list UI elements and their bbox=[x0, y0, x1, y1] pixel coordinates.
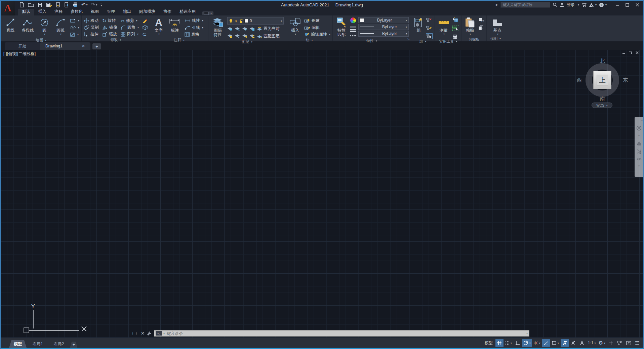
properties-dialog-launcher-icon[interactable]: ↘ bbox=[407, 37, 410, 41]
command-prompt-icon[interactable]: >_ bbox=[156, 331, 162, 336]
command-input[interactable] bbox=[166, 331, 525, 336]
maximize-button[interactable] bbox=[622, 1, 632, 8]
base-dropdown-icon[interactable]: ▾ bbox=[497, 33, 498, 36]
tab-annotate[interactable]: 注释 bbox=[50, 8, 67, 15]
dimension-button[interactable]: 标注 bbox=[167, 17, 183, 33]
trim-dropdown-icon[interactable]: ▾ bbox=[136, 19, 137, 22]
layer-select-dropdown-icon[interactable]: ▾ bbox=[281, 20, 282, 23]
arc-button[interactable]: 圆弧 ▾ bbox=[53, 17, 68, 36]
drawing-canvas[interactable]: [-][俯视][二维线框] 北 南 西 东 上 WCS▾ ○ ▾ ▾ bbox=[1, 50, 643, 338]
ellipse-button[interactable]: ▾ bbox=[70, 25, 79, 31]
file-tab-start[interactable]: 开始 bbox=[5, 42, 40, 50]
redo-dropdown-icon[interactable]: ▾ bbox=[96, 3, 97, 6]
tab-parametric[interactable]: 参数化 bbox=[67, 8, 87, 15]
panel-title-properties[interactable]: 特性▾ bbox=[333, 38, 411, 43]
layout-tab-layout1[interactable]: 布局1 bbox=[28, 340, 48, 348]
settings-gear-icon[interactable]: ⚙▾ bbox=[598, 339, 606, 347]
circle-button[interactable]: 圆 ▾ bbox=[38, 17, 51, 36]
stretch-button[interactable]: 拉伸 bbox=[84, 31, 99, 37]
isodraft-dropdown-icon[interactable]: ▾ bbox=[539, 342, 540, 345]
plus-icon[interactable] bbox=[607, 339, 615, 347]
polar-dropdown-icon[interactable]: ▾ bbox=[529, 342, 531, 345]
edit-attributes-dropdown-icon[interactable]: ▾ bbox=[329, 33, 330, 36]
close-button[interactable] bbox=[633, 1, 642, 8]
tab-view[interactable]: 视图 bbox=[87, 8, 103, 15]
panel-title-block[interactable]: 块▾ bbox=[286, 38, 332, 43]
measure-button[interactable]: 测量 ▾ bbox=[437, 17, 450, 36]
undo-dropdown-icon[interactable]: ▾ bbox=[86, 3, 88, 6]
panel-title-layers[interactable]: 图层▾ bbox=[208, 39, 286, 44]
panel-title-draw[interactable]: 绘图▾ bbox=[1, 38, 81, 43]
viewcube-south[interactable]: 南 bbox=[600, 96, 605, 102]
redo-icon[interactable]: ↷▾ bbox=[90, 1, 98, 8]
linetype-select[interactable]: ByLayer ▾ bbox=[358, 31, 409, 37]
save-as-icon[interactable] bbox=[45, 1, 53, 8]
panel-title-modify[interactable]: 修改▾ bbox=[82, 37, 150, 42]
undo-icon[interactable]: ↶▾ bbox=[80, 1, 89, 8]
minimize-button[interactable] bbox=[612, 1, 622, 8]
new-drawing-tab-button[interactable]: + bbox=[92, 43, 101, 49]
command-input-field[interactable]: >_ ▾ ▴ bbox=[154, 330, 529, 337]
mirror-button[interactable]: 镜像 bbox=[102, 24, 117, 31]
open-folder-icon[interactable] bbox=[27, 1, 35, 8]
new-file-icon[interactable] bbox=[18, 1, 26, 8]
edit-attributes-button[interactable]: 编辑属性▾ bbox=[304, 31, 330, 38]
pan-hand-icon[interactable] bbox=[637, 141, 642, 146]
line-button[interactable]: 直线 bbox=[3, 17, 18, 33]
measure-dropdown-icon[interactable]: ▾ bbox=[443, 33, 445, 36]
layer-select[interactable]: ☀ 0 ▾ bbox=[227, 17, 284, 25]
annotation-visibility-icon[interactable] bbox=[561, 339, 569, 347]
panel-title-utilities[interactable]: 实用工具▾ bbox=[435, 39, 461, 44]
viewcube-top-face[interactable]: 上 bbox=[593, 71, 611, 89]
array-dropdown-icon[interactable]: ▾ bbox=[137, 33, 138, 36]
sign-in-link[interactable]: 登录 bbox=[567, 2, 575, 8]
rectangle-button[interactable]: ▾ bbox=[70, 17, 79, 24]
drawing-restore-icon[interactable] bbox=[629, 51, 632, 54]
layer-off-icon[interactable] bbox=[227, 27, 233, 31]
navbar-wheel-dropdown-icon[interactable]: ▾ bbox=[638, 134, 640, 138]
array-button[interactable]: 阵列▾ bbox=[121, 31, 139, 37]
tab-featured-apps[interactable]: 精选应用 bbox=[175, 8, 200, 15]
select-similar-icon[interactable] bbox=[452, 26, 459, 31]
leader-dropdown-icon[interactable]: ▾ bbox=[202, 26, 203, 29]
layer-color-swatch[interactable] bbox=[244, 19, 248, 23]
panel-title-clipboard[interactable]: 剪贴板 bbox=[461, 37, 486, 42]
tab-collaborate[interactable]: 协作 bbox=[159, 8, 175, 15]
match-properties-button[interactable]: 特性匹配 bbox=[335, 17, 348, 37]
command-grip-handle[interactable]: ⋮⋮ bbox=[131, 332, 138, 335]
viewcube-east[interactable]: 东 bbox=[623, 77, 628, 83]
match-layer-button[interactable]: 匹配图层 bbox=[257, 33, 280, 39]
text-button[interactable]: A 文字 ▾ bbox=[152, 17, 165, 36]
tab-manage[interactable]: 管理 bbox=[103, 8, 119, 15]
erase-button[interactable] bbox=[142, 17, 148, 24]
app-store-cart-icon[interactable] bbox=[581, 2, 587, 7]
command-close-icon[interactable]: ✕ bbox=[141, 331, 145, 336]
group-button[interactable]: 组 bbox=[413, 17, 425, 33]
wcs-selector[interactable]: WCS▾ bbox=[592, 103, 612, 108]
help-icon[interactable]: ?▾ bbox=[599, 2, 607, 7]
tab-addins[interactable]: 附加模块 bbox=[135, 8, 159, 15]
otrack-icon[interactable] bbox=[542, 339, 550, 347]
polar-tracking-icon[interactable]: ▾ bbox=[522, 339, 532, 347]
move-button[interactable]: 移动 bbox=[84, 17, 99, 24]
linear-dropdown-icon[interactable]: ▾ bbox=[202, 19, 203, 22]
grid-icon[interactable] bbox=[495, 339, 504, 347]
search-icon[interactable] bbox=[553, 2, 557, 7]
lineweight-dropdown-icon[interactable]: ▾ bbox=[406, 26, 407, 29]
arc-dropdown-icon[interactable]: ▾ bbox=[60, 33, 62, 36]
edit-block-button[interactable]: 编辑 bbox=[304, 25, 330, 31]
command-history-up-icon[interactable]: ▴ bbox=[526, 332, 528, 335]
set-current-layer-button[interactable]: 置为当前 bbox=[257, 26, 280, 32]
snap-icon[interactable]: ▾ bbox=[504, 339, 513, 347]
rotate-button[interactable]: ↻旋转 bbox=[102, 17, 117, 24]
account-icon[interactable] bbox=[560, 2, 564, 7]
command-dropdown-icon[interactable]: ▾ bbox=[163, 332, 165, 335]
create-block-button[interactable]: 创建 bbox=[304, 17, 330, 24]
ungroup-icon[interactable] bbox=[426, 17, 433, 23]
drawing-minimize-icon[interactable] bbox=[622, 51, 626, 54]
orbit-icon[interactable] bbox=[637, 157, 642, 161]
layer-unlock-icon[interactable] bbox=[239, 19, 243, 23]
customize-qat-icon[interactable]: ▾ bbox=[99, 1, 103, 8]
table-button[interactable]: 表格 bbox=[185, 31, 206, 38]
layer-merge-icon[interactable] bbox=[235, 34, 240, 38]
